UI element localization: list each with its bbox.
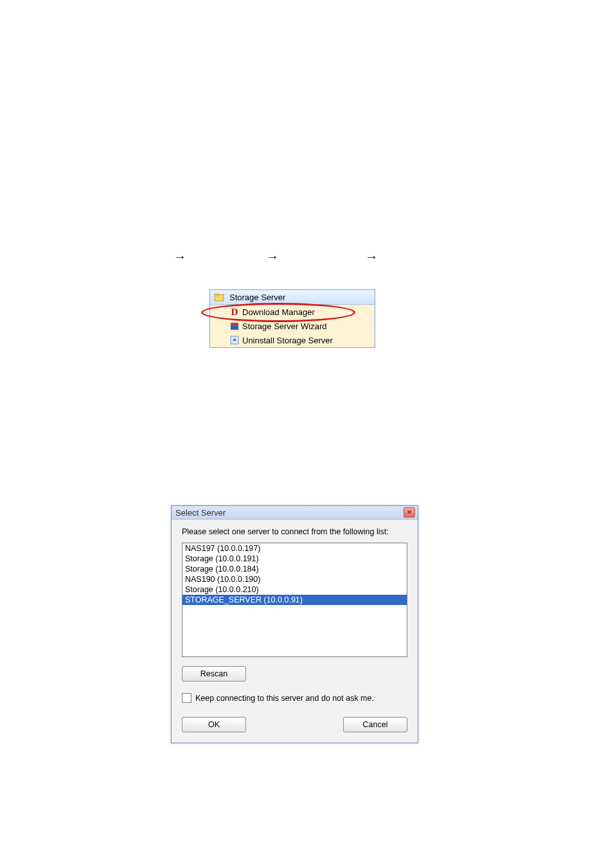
close-icon[interactable]: ✕ <box>404 507 415 518</box>
menu-folder-label: Storage Server <box>229 293 285 302</box>
menu-item-uninstall[interactable]: Uninstall Storage Server <box>210 333 375 347</box>
menu-folder[interactable]: Storage Server <box>210 290 375 305</box>
svg-rect-3 <box>231 323 238 325</box>
menu-item-label: Storage Server Wizard <box>242 321 327 331</box>
checkbox-label: Keep connecting to this server and do no… <box>195 694 374 703</box>
dialog-titlebar: Select Server ✕ <box>172 506 418 520</box>
dialog-body: Please select one server to connect from… <box>172 520 418 743</box>
menu-item-label: Uninstall Storage Server <box>242 336 333 345</box>
rescan-button[interactable]: Rescan <box>182 666 246 682</box>
list-item[interactable]: Storage (10.0.0.210) <box>182 584 407 595</box>
cancel-button[interactable]: Cancel <box>343 717 407 732</box>
menu-item-download-manager[interactable]: D Download Manager <box>210 305 375 319</box>
arrow-icon: → <box>173 249 186 264</box>
uninstall-icon <box>229 335 240 345</box>
list-item[interactable]: STORAGE_SERVER (10.0.0.91) <box>182 595 407 605</box>
start-menu-figure: Storage Server D Download Manager Storag… <box>209 289 375 348</box>
menu-item-label: Download Manager <box>242 307 315 317</box>
list-item[interactable]: Storage (10.0.0.184) <box>182 564 407 574</box>
ok-button[interactable]: OK <box>182 717 246 732</box>
wizard-icon <box>229 321 240 331</box>
menu-item-wizard[interactable]: Storage Server Wizard <box>210 319 375 333</box>
document-page: → → → Storage Server D Download Manager … <box>0 0 613 868</box>
folder-icon <box>214 292 224 302</box>
server-listbox[interactable]: NAS197 (10.0.0.197) Storage (10.0.0.191)… <box>182 543 407 657</box>
arrow-icon: → <box>266 249 279 264</box>
list-item[interactable]: NAS197 (10.0.0.197) <box>182 543 407 554</box>
keep-connecting-checkbox[interactable] <box>182 693 191 703</box>
svg-rect-2 <box>231 325 238 330</box>
arrow-icon: → <box>365 249 378 264</box>
dialog-instruction: Please select one server to connect from… <box>182 527 407 536</box>
rescan-row: Rescan <box>182 666 407 682</box>
D-icon: D <box>229 307 240 317</box>
list-item[interactable]: Storage (10.0.0.191) <box>182 554 407 564</box>
checkbox-row: Keep connecting to this server and do no… <box>182 693 407 703</box>
list-item[interactable]: NAS190 (10.0.0.190) <box>182 574 407 584</box>
select-server-dialog: Select Server ✕ Please select one server… <box>171 505 418 743</box>
svg-rect-1 <box>215 294 218 296</box>
dialog-title: Select Server <box>175 508 226 518</box>
dialog-button-row: OK Cancel <box>182 717 407 732</box>
